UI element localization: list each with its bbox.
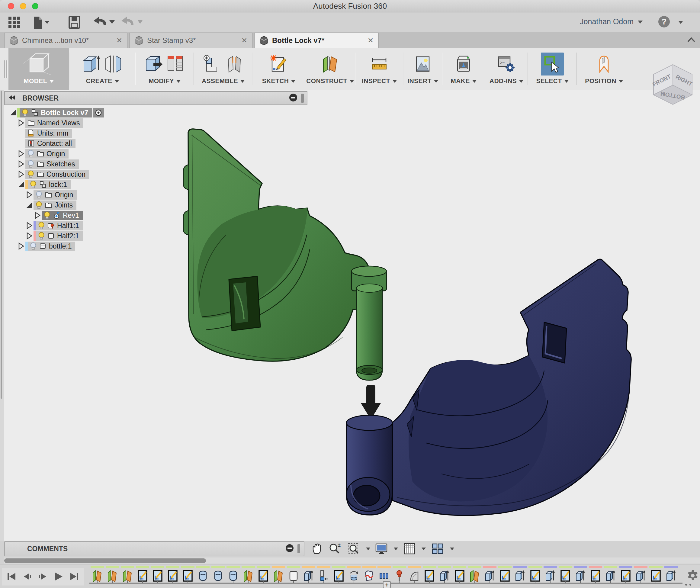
tree-node[interactable]: Half2:1 xyxy=(34,231,83,241)
construct-tool-icon[interactable] xyxy=(320,54,340,74)
vertical-scrollbar[interactable] xyxy=(1,91,2,399)
ribbon-group-inspect[interactable]: INSPECT xyxy=(356,48,403,90)
tree-node[interactable]: Origin xyxy=(34,190,77,200)
tree-node[interactable]: Half1:1 xyxy=(34,221,83,230)
step-back-button[interactable] xyxy=(22,571,32,582)
ribbon-group-insert[interactable]: INSERT xyxy=(404,48,442,90)
viewports-icon[interactable] xyxy=(431,543,445,555)
make-tool-icon[interactable] xyxy=(454,54,473,74)
user-menu[interactable]: Jonathan Odom xyxy=(580,17,643,26)
visibility-bulb-icon[interactable] xyxy=(35,201,43,209)
timeline-position-marker[interactable]: + xyxy=(383,581,391,588)
expand-toggle-icon[interactable] xyxy=(9,109,17,117)
zoom-tool-icon[interactable]: ± xyxy=(329,543,342,555)
pan-tool-icon[interactable] xyxy=(311,543,323,555)
modify-tool-icon[interactable] xyxy=(166,54,185,74)
expand-toggle-icon[interactable] xyxy=(17,150,25,158)
activate-component-radio[interactable] xyxy=(93,108,104,117)
tree-node[interactable]: Construction xyxy=(25,170,89,179)
close-tab-icon[interactable]: ✕ xyxy=(241,36,247,45)
ribbon-group-position[interactable]: POSITION xyxy=(577,48,631,90)
document-tab-3[interactable]: Bottle Lock v7*✕ xyxy=(254,33,379,48)
tree-node[interactable]: Sketches xyxy=(25,159,79,169)
close-tab-icon[interactable]: ✕ xyxy=(368,36,374,45)
ribbon-group-assemble[interactable]: ASSEMBLE xyxy=(194,48,252,90)
view-cube[interactable]: FRONT RIGHT BOTTOM xyxy=(648,62,698,108)
chevron-down-icon[interactable] xyxy=(394,548,398,550)
visibility-bulb-icon[interactable] xyxy=(38,232,45,240)
timeline-ruler[interactable] xyxy=(89,580,693,586)
expand-toggle-icon[interactable] xyxy=(17,170,25,178)
go-to-end-button[interactable] xyxy=(69,571,79,582)
ribbon-group-construct[interactable]: CONSTRUCT xyxy=(306,48,355,90)
expand-toggle-icon[interactable] xyxy=(17,119,25,127)
expand-toggle-icon[interactable] xyxy=(34,211,42,219)
visibility-bulb-icon[interactable] xyxy=(35,191,43,199)
visibility-bulb-icon[interactable] xyxy=(30,181,37,188)
visibility-bulb-icon[interactable] xyxy=(27,170,34,178)
display-settings-icon[interactable] xyxy=(375,543,388,555)
ribbon-group-addins[interactable]: >-ADD-INS xyxy=(486,48,527,90)
select-tool-icon[interactable] xyxy=(541,53,564,76)
window-zoom-tool-icon[interactable] xyxy=(347,543,361,555)
tree-node[interactable]: Contact: all xyxy=(25,139,75,148)
ribbon-group-select[interactable]: SELECT xyxy=(528,48,576,90)
visibility-bulb-icon[interactable] xyxy=(38,222,45,230)
expand-toggle-icon[interactable] xyxy=(17,160,25,168)
expand-toggle-icon[interactable] xyxy=(25,232,34,240)
help-chevron-icon[interactable] xyxy=(678,21,683,24)
timeline-settings-gear-icon[interactable] xyxy=(686,569,699,583)
file-menu-icon[interactable] xyxy=(33,16,51,31)
ribbon-group-modify[interactable]: MODIFY xyxy=(136,48,193,90)
chevron-down-icon[interactable] xyxy=(366,548,370,550)
help-button[interactable]: ? xyxy=(658,16,670,27)
tree-node[interactable]: Units: mm xyxy=(25,129,72,138)
expand-toggle-icon[interactable] xyxy=(25,222,34,230)
horizontal-scrollbar-thumb[interactable] xyxy=(4,558,206,563)
visibility-bulb-icon[interactable] xyxy=(43,211,51,219)
tree-node[interactable]: Joints xyxy=(34,201,76,210)
save-icon[interactable] xyxy=(68,16,80,30)
addins-tool-icon[interactable]: >- xyxy=(497,54,516,74)
expand-toggle-icon[interactable] xyxy=(17,242,25,250)
comments-resize-handle[interactable] xyxy=(297,544,300,553)
step-forward-button[interactable] xyxy=(38,571,48,582)
redo-icon[interactable] xyxy=(120,16,144,29)
tab-bar-collapse-icon[interactable] xyxy=(687,36,696,45)
create-tool-icon[interactable] xyxy=(82,54,101,74)
document-tab-2[interactable]: Star Stamp v3*✕ xyxy=(129,33,252,48)
browser-resize-handle[interactable] xyxy=(301,94,304,103)
expand-toggle-icon[interactable] xyxy=(17,181,25,188)
assemble-tool-icon[interactable] xyxy=(202,54,222,74)
play-button[interactable] xyxy=(53,571,64,582)
ribbon-group-model[interactable]: MODEL xyxy=(8,48,69,90)
ribbon-group-create[interactable]: CREATE xyxy=(70,48,135,90)
position-tool-icon[interactable] xyxy=(594,54,614,74)
ribbon-group-sketch[interactable]: SKETCH xyxy=(253,48,304,90)
model-tool-icon[interactable] xyxy=(21,51,56,77)
comments-bar[interactable]: COMMENTS xyxy=(4,541,304,556)
visibility-bulb-icon[interactable] xyxy=(27,160,34,168)
create-tool-icon[interactable] xyxy=(104,54,123,74)
visibility-bulb-icon[interactable] xyxy=(21,109,29,117)
tree-node[interactable]: Named Views xyxy=(25,118,83,128)
apps-grid-icon[interactable] xyxy=(8,16,21,30)
undo-icon[interactable] xyxy=(92,16,116,29)
browser-collapse-circle-icon[interactable] xyxy=(288,93,298,104)
sketch-tool-icon[interactable] xyxy=(269,54,288,74)
chevron-down-icon[interactable] xyxy=(450,548,454,550)
tree-node[interactable]: Bottle Lock v7 xyxy=(17,108,92,117)
assemble-tool-icon[interactable] xyxy=(225,54,244,74)
ribbon-group-make[interactable]: MAKE xyxy=(443,48,484,90)
insert-tool-icon[interactable] xyxy=(413,54,432,74)
visibility-bulb-icon[interactable] xyxy=(27,150,34,158)
expand-toggle-icon[interactable] xyxy=(25,191,34,199)
tree-node[interactable]: bottle:1 xyxy=(25,242,75,251)
close-tab-icon[interactable]: ✕ xyxy=(116,36,122,45)
chevron-down-icon[interactable] xyxy=(422,548,426,550)
visibility-bulb-icon[interactable] xyxy=(30,242,37,250)
collapse-browser-icon[interactable] xyxy=(8,94,18,102)
expand-toggle-icon[interactable] xyxy=(25,201,34,209)
inspect-tool-icon[interactable] xyxy=(370,54,389,74)
modify-tool-icon[interactable] xyxy=(144,54,163,74)
